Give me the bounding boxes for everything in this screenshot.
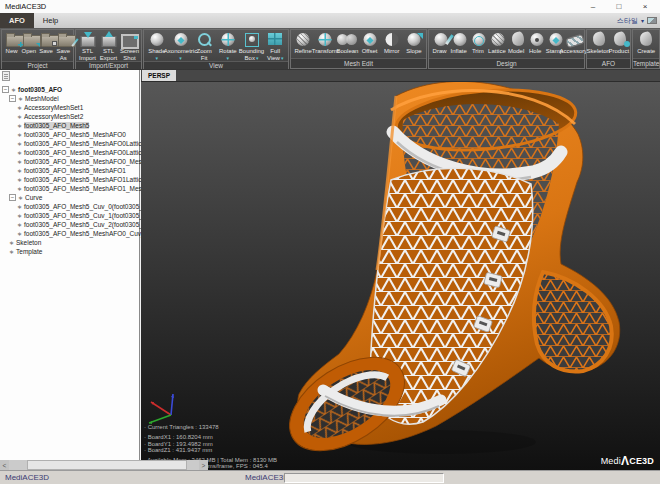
tree-item[interactable]: −∗foot0305_AFO [0, 85, 139, 94]
close-button[interactable]: × [632, 0, 658, 13]
app-window: MediACE3D – □ × AFO Help 스타일 ▾ New [0, 0, 660, 484]
scroll-track[interactable] [9, 460, 199, 470]
mirror-button[interactable]: Mirror [381, 31, 403, 55]
menu-tab-help[interactable]: Help [34, 13, 67, 28]
slope-button[interactable]: Slope [403, 31, 425, 55]
node-icon: ∗ [17, 203, 22, 210]
bounding-box-button[interactable]: Bounding Box▾ [240, 31, 264, 61]
scroll-right-arrow[interactable]: > [199, 460, 208, 470]
tree-item[interactable]: ∗AccessoryMeshSet1 [0, 103, 139, 112]
draw-button[interactable]: Draw [430, 31, 449, 55]
boolean-button[interactable]: Boolean [336, 31, 358, 55]
offset-icon [359, 31, 381, 48]
ribbon-group-afo: Skeleton Product AFO [586, 29, 631, 69]
save-as-button[interactable]: Save As [55, 31, 72, 61]
tree-item[interactable]: ∗foot0305_AFO_Mesh5_MeshAFO0 [0, 130, 139, 139]
hole-button[interactable]: Hole [526, 31, 545, 55]
full-view-button[interactable]: Full View▾ [263, 31, 287, 61]
style-preview-icon[interactable] [647, 17, 657, 24]
accessory-button[interactable]: Accessory [564, 31, 583, 55]
group-label-view: View [144, 61, 288, 69]
axonometric-icon [170, 31, 192, 48]
mirror-icon [381, 31, 403, 48]
viewport-canvas[interactable]: · Current Triangles : 133478 · BoardX1 :… [141, 82, 660, 470]
tree-item[interactable]: ∗foot0305_AFO_Mesh5_MeshAFO0Lattice0 [0, 139, 139, 148]
collapse-toggle[interactable]: − [2, 86, 9, 93]
tree-item[interactable]: ∗foot0305_AFO_Mesh5_MeshAFO1 [0, 166, 139, 175]
tree-item[interactable]: −∗Curve [0, 193, 139, 202]
tree-item[interactable]: ∗AccessoryMeshSet2 [0, 112, 139, 121]
save-as-icon [55, 31, 77, 48]
accessory-icon [564, 31, 586, 48]
product-button[interactable]: Product [609, 31, 630, 55]
tree-item[interactable]: ∗foot0305_AFO_Mesh5_MeshAFO0_Cuv_0(f [0, 229, 139, 238]
node-icon: ∗ [17, 104, 22, 111]
node-icon: ∗ [18, 194, 23, 201]
collapse-toggle[interactable]: − [9, 95, 16, 102]
chevron-down-icon[interactable]: ▾ [641, 17, 644, 24]
tree-item[interactable]: ∗foot0305_AFO_Mesh5_MeshAFO0Lattice0_ [0, 148, 139, 157]
mediace3d-logo: MediΛCE3D [601, 456, 654, 466]
open-button[interactable]: Open [20, 31, 37, 55]
group-label-template: Template [633, 58, 659, 68]
tree-item[interactable]: ∗Skeleton [0, 238, 139, 247]
tree-item[interactable]: ∗foot0305_AFO_Mesh5_Cuv_0(foot0305_AFO [0, 202, 139, 211]
menu-tab-afo[interactable]: AFO [0, 13, 34, 28]
stl-import-icon [77, 31, 99, 48]
dropdown-caret-icon[interactable]: ▾ [256, 55, 259, 61]
window-controls: – □ × [580, 0, 658, 13]
screen-shot-button[interactable]: Screen Shot [119, 31, 140, 61]
group-label-import-export: Import/Export [76, 61, 141, 69]
style-dropdown[interactable]: 스타일 [617, 16, 638, 26]
dropdown-caret-icon[interactable]: ▾ [281, 55, 284, 61]
afo-model-render [141, 82, 660, 470]
tree-item[interactable]: ∗foot0305_AFO_Mesh5_MeshAFO1_MeshAF [0, 184, 139, 193]
create-button[interactable]: Create [634, 31, 658, 55]
zoom-fit-button[interactable]: Zoom Fit [192, 31, 216, 61]
scroll-left-arrow[interactable]: < [0, 460, 9, 470]
dropdown-caret-icon[interactable]: ▾ [156, 55, 159, 61]
tree-item[interactable]: ∗foot0305_AFO_Mesh5_MeshAFO0_MeshAF [0, 157, 139, 166]
tree-item[interactable]: ∗foot0305_AFO_Mesh5 [0, 121, 139, 130]
group-label-mesh-edit: Mesh Edit [291, 58, 426, 68]
maximize-button[interactable]: □ [606, 0, 632, 13]
axonometric-button[interactable]: Axonometric ▾ [169, 31, 193, 61]
save-button[interactable]: Save [38, 31, 55, 55]
stl-export-button[interactable]: STL Export [98, 31, 119, 61]
skeleton-button[interactable]: Skeleton [588, 31, 609, 55]
group-label-project: Project [2, 61, 73, 69]
node-icon: ∗ [17, 113, 22, 120]
new-button[interactable]: New [3, 31, 20, 55]
rotate-button[interactable]: Rotate ▾ [216, 31, 240, 61]
node-icon: ∗ [17, 212, 22, 219]
tree-item[interactable]: −∗MeshModel [0, 94, 139, 103]
group-label-afo: AFO [587, 58, 630, 68]
offset-button[interactable]: Offset [359, 31, 381, 55]
shade-button[interactable]: Shade ▾ [145, 31, 169, 61]
zoom-fit-icon [193, 31, 215, 48]
trim-button[interactable]: Trim [468, 31, 487, 55]
transform-button[interactable]: Transform [314, 31, 336, 55]
dropdown-caret-icon[interactable]: ▾ [179, 55, 182, 61]
status-message-field [284, 473, 444, 483]
lattice-button[interactable]: Lattice [487, 31, 506, 55]
stl-import-button[interactable]: STL Import [77, 31, 98, 61]
transform-icon [314, 31, 336, 48]
create-icon [635, 31, 657, 48]
tab-persp[interactable]: PERSP [142, 70, 176, 81]
skeleton-icon [588, 31, 610, 48]
inflate-button[interactable]: Inflate [449, 31, 468, 55]
tree-item[interactable]: ∗foot0305_AFO_Mesh5_MeshAFO1Lattice0 [0, 175, 139, 184]
scroll-thumb[interactable] [27, 460, 187, 470]
ribbon-group-design: Draw Inflate Trim Lattice Model [428, 29, 585, 69]
tree-item[interactable]: ∗foot0305_AFO_Mesh5_Cuv_2(foot0305_AFO [0, 220, 139, 229]
minimize-button[interactable]: – [580, 0, 606, 13]
node-icon: ∗ [9, 248, 14, 255]
dropdown-caret-icon[interactable]: ▾ [227, 55, 230, 61]
node-icon: ∗ [17, 230, 22, 237]
tree-item[interactable]: ∗Template [0, 247, 139, 256]
model-button[interactable]: Model [507, 31, 526, 55]
collapse-toggle[interactable]: − [9, 194, 16, 201]
tree-item[interactable]: ∗foot0305_AFO_Mesh5_Cuv_1(foot0305_AFO [0, 211, 139, 220]
ribbon-group-view: Shade ▾ Axonometric ▾ Zoom Fit Rotate ▾ [143, 29, 289, 69]
